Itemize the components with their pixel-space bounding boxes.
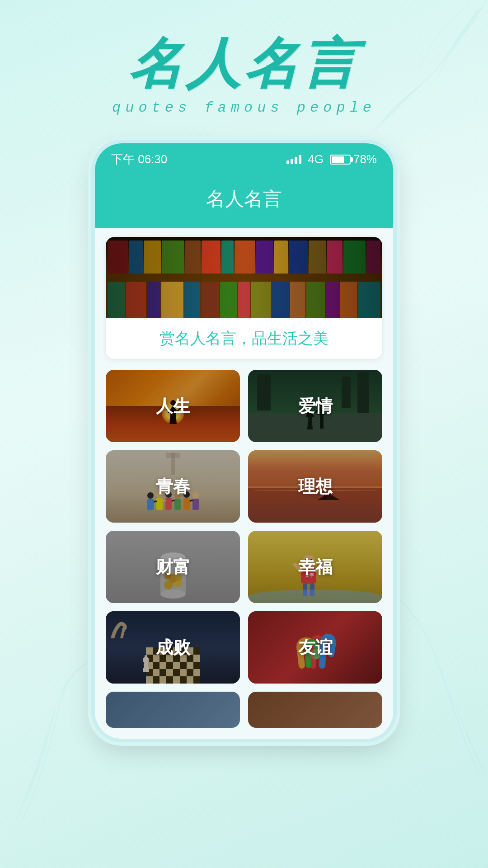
partial-card-left[interactable]: [106, 692, 240, 728]
category-chengbai[interactable]: 成败: [106, 611, 240, 684]
battery-fill: [332, 156, 345, 163]
bottom-partial-cards: [106, 692, 382, 728]
category-qingchun[interactable]: 青春: [106, 450, 240, 523]
category-caifu[interactable]: 财富: [106, 531, 240, 603]
category-label: 青春: [156, 475, 190, 498]
phone-body: 下午 06:30 4G 78% 名人名言: [95, 143, 393, 739]
category-aiqing[interactable]: 爱情: [248, 370, 382, 442]
status-bar: 下午 06:30 4G 78%: [95, 143, 393, 174]
category-rensheng[interactable]: 人生: [106, 370, 240, 442]
banner-image: [106, 237, 382, 318]
app-header-title: 名人名言: [206, 188, 282, 209]
status-right: 4G 78%: [286, 152, 377, 166]
phone-mockup: 下午 06:30 4G 78% 名人名言: [95, 143, 393, 739]
battery-percent: 78%: [353, 152, 377, 166]
battery-icon: [330, 155, 351, 165]
signal-icon: [286, 155, 301, 164]
battery-indicator: 78%: [330, 152, 377, 166]
top-section: 名人名言 quotes famous people: [0, 0, 488, 116]
partial-card-right[interactable]: [248, 692, 382, 728]
category-label: 理想: [298, 475, 333, 498]
banner-card[interactable]: 赏名人名言，品生活之美: [106, 237, 382, 359]
banner-subtitle: 赏名人名言，品生活之美: [106, 318, 382, 359]
category-xingfu[interactable]: 文字 幸福: [248, 531, 382, 603]
status-time: 下午 06:30: [111, 151, 167, 167]
category-label: 爱情: [298, 395, 333, 418]
category-label: 幸福: [298, 556, 333, 579]
category-label: 人生: [156, 395, 190, 418]
app-main-title: 名人名言: [0, 36, 488, 90]
app-header: 名人名言: [95, 174, 393, 228]
category-lixiang[interactable]: 理想: [248, 450, 382, 523]
category-youyi[interactable]: 友谊: [248, 611, 382, 684]
category-grid: 人生: [106, 370, 382, 684]
network-type: 4G: [308, 152, 324, 166]
category-label: 友谊: [298, 636, 333, 659]
phone-content: 赏名人名言，品生活之美: [95, 228, 393, 739]
category-label: 成败: [156, 636, 190, 659]
category-label: 财富: [156, 556, 190, 579]
app-sub-title: quotes famous people: [0, 99, 488, 116]
